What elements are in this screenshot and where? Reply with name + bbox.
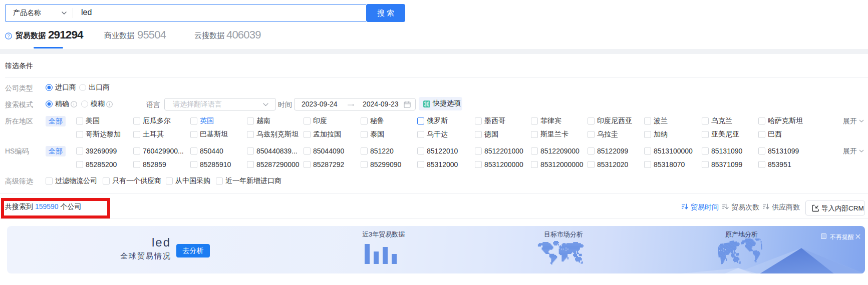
svg-text:?: ? [7,34,10,38]
